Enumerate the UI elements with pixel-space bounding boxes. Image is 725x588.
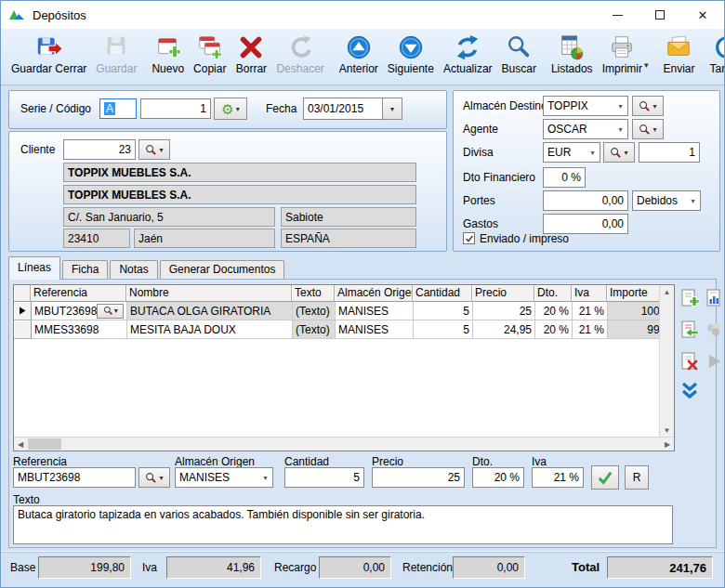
grid-header-precio[interactable]: Precio — [472, 285, 534, 302]
editor-dto-input[interactable]: 20 % — [472, 467, 524, 488]
agente-search-button[interactable]: ▾ — [632, 119, 664, 139]
imprimir-button[interactable]: Imprimir — [598, 31, 647, 84]
tab-notas[interactable]: Notas — [110, 260, 157, 280]
gastos-input[interactable]: 0,00 — [543, 214, 628, 234]
grid-header-nombre[interactable]: Nombre — [126, 285, 292, 302]
add-line-button[interactable] — [679, 287, 701, 309]
portes-tipo-combo[interactable]: Debidos ▾ — [632, 190, 701, 211]
grid-header-iva[interactable]: Iva — [572, 285, 607, 302]
components-button[interactable] — [703, 319, 725, 341]
borrar-button[interactable]: Borrar — [231, 31, 271, 84]
grid-horizontal-scrollbar[interactable]: ◀ ▶ — [14, 437, 674, 451]
cambio-input[interactable]: 1 — [639, 142, 700, 163]
copiar-button[interactable]: Copiar — [189, 31, 231, 84]
cell-search-button[interactable]: ▾ — [97, 304, 124, 319]
serie-input[interactable]: A — [99, 98, 137, 119]
table-row[interactable]: MMES33698 MESITA BAJA DOUX (Texto) MANIS… — [14, 320, 659, 339]
portes-input[interactable]: 0,00 — [543, 190, 628, 211]
cell-importe[interactable]: 100, — [608, 302, 659, 320]
cell-texto[interactable]: (Texto) — [293, 320, 336, 339]
nuevo-button[interactable]: Nuevo — [147, 31, 189, 84]
add-line-icon — [679, 288, 700, 308]
editor-iva-input[interactable]: 21 % — [532, 467, 584, 488]
grid-header-cantidad[interactable]: Cantidad — [413, 285, 472, 302]
line-report-icon — [704, 288, 724, 308]
almacen-destino-search-button[interactable]: ▾ — [632, 96, 664, 116]
almacen-destino-combo[interactable]: TOPPIX ▾ — [543, 96, 628, 116]
cell-iva[interactable]: 21 % — [573, 302, 608, 320]
fecha-dropdown-button[interactable]: ▾ — [382, 98, 402, 120]
dto-financiero-input[interactable]: 0 % — [543, 167, 586, 188]
divisa-search-button[interactable]: ▾ — [603, 142, 635, 163]
fecha-input[interactable]: 03/01/2015 — [303, 98, 383, 120]
close-button[interactable]: ✕ — [681, 1, 724, 29]
r-button[interactable]: R — [625, 465, 649, 490]
minimize-button[interactable] — [596, 1, 639, 29]
cell-texto[interactable]: (Texto) — [293, 302, 336, 320]
cell-iva[interactable]: 21 % — [573, 320, 608, 339]
cell-cantidad[interactable]: 5 — [414, 320, 473, 339]
guardar-cerrar-button[interactable]: Guardar Cerrar — [7, 31, 91, 84]
cell-nombre[interactable]: BUTACA OLGA GIRATORIA — [127, 302, 293, 320]
tab-lineas[interactable]: Líneas — [8, 256, 60, 280]
serie-codigo-label: Serie / Código — [20, 102, 91, 115]
cell-almacen[interactable]: MANISES — [336, 302, 414, 320]
cell-precio[interactable]: 25 — [473, 302, 535, 320]
scroll-up-icon[interactable]: ▲ — [661, 285, 674, 298]
buscar-button[interactable]: Buscar — [497, 31, 541, 84]
cell-importe[interactable]: 99, — [608, 320, 659, 339]
tareas-button[interactable]: Tareas — [705, 31, 725, 84]
enviado-impreso-checkbox[interactable] — [463, 232, 475, 244]
cell-dto[interactable]: 20 % — [535, 320, 573, 339]
scroll-bottom-button[interactable] — [679, 380, 701, 402]
actualizar-button[interactable]: Actualizar — [439, 31, 497, 84]
run-line-button[interactable] — [703, 350, 725, 372]
cliente-search-button[interactable]: ▾ — [138, 139, 170, 160]
editor-almacen-combo[interactable]: MANISES ▾ — [175, 467, 273, 488]
scroll-left-icon[interactable]: ◀ — [14, 438, 27, 451]
grid-header-importe[interactable]: Importe — [607, 285, 659, 302]
cell-referencia[interactable]: MMES33698 — [32, 320, 127, 339]
imprimir-dropdown-caret[interactable]: ▾ — [644, 60, 649, 70]
line-report-button[interactable] — [703, 287, 725, 309]
maximize-button[interactable] — [639, 1, 681, 29]
components-icon — [704, 320, 724, 340]
editor-precio-input[interactable]: 25 — [372, 467, 465, 488]
cell-referencia[interactable]: MBUT23698 ▾ — [32, 302, 127, 320]
table-row[interactable]: MBUT23698 ▾ BUTACA OLGA GIRATORIA (Texto… — [14, 302, 659, 320]
agente-combo[interactable]: OSCAR ▾ — [543, 119, 628, 139]
editor-referencia-search-button[interactable]: ▾ — [138, 467, 170, 488]
cell-cantidad[interactable]: 5 — [414, 302, 473, 320]
confirm-line-button[interactable] — [591, 465, 619, 490]
insert-line-button[interactable] — [679, 319, 701, 341]
tab-generar-documentos[interactable]: Generar Documentos — [160, 260, 285, 280]
cell-nombre[interactable]: MESITA BAJA DOUX — [127, 320, 293, 339]
totals-separator — [1, 551, 724, 553]
grid-header-almacen-origen[interactable]: Almacén Origen — [335, 285, 413, 302]
grid-header-dto[interactable]: Dto. — [534, 285, 572, 302]
listados-button[interactable]: Listados — [547, 31, 598, 84]
scroll-right-icon[interactable]: ▶ — [661, 438, 674, 451]
divisa-combo[interactable]: EUR ▾ — [543, 142, 600, 163]
grid-header-texto[interactable]: Texto — [292, 285, 335, 302]
cell-precio[interactable]: 24,95 — [473, 320, 535, 339]
deshacer-button[interactable]: Deshacer — [271, 31, 328, 84]
cell-almacen[interactable]: MANISES — [336, 320, 414, 339]
scroll-down-icon[interactable]: ▼ — [661, 424, 674, 437]
codigo-input[interactable]: 1 — [140, 98, 211, 119]
cell-dto[interactable]: 20 % — [535, 302, 573, 320]
texto-input[interactable]: Butaca giratorio tapizada en varios acab… — [13, 505, 673, 544]
delete-line-button[interactable] — [679, 350, 701, 372]
editor-referencia-input[interactable]: MBUT23698 — [13, 467, 136, 488]
scrollbar-thumb[interactable] — [28, 438, 61, 450]
siguiente-button[interactable]: Siguiente — [383, 31, 439, 84]
grid-header-referencia[interactable]: Referencia — [31, 285, 126, 302]
cliente-codigo-input[interactable]: 23 — [63, 139, 136, 160]
guardar-button[interactable]: Guardar — [91, 31, 141, 84]
editor-cantidad-input[interactable]: 5 — [284, 467, 364, 488]
codigo-options-button[interactable]: ⚙ ▾ — [214, 98, 247, 120]
anterior-button[interactable]: Anterior — [335, 31, 383, 84]
tab-ficha[interactable]: Ficha — [62, 260, 108, 280]
grid-vertical-scrollbar[interactable]: ▲ ▼ — [659, 285, 674, 437]
enviar-button[interactable]: Enviar — [658, 31, 699, 84]
